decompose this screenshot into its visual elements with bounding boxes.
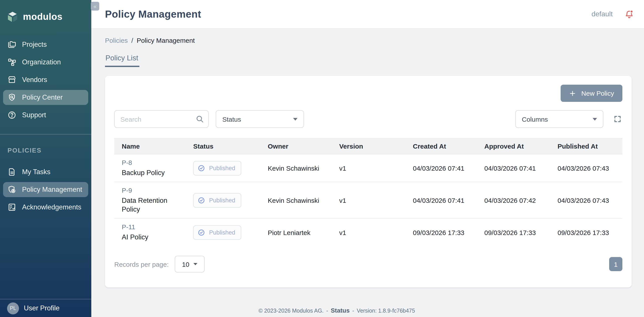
sidebar-item-policy-management[interactable]: Policy Management [3, 182, 88, 197]
sidebar-item-organization[interactable]: Organization [3, 55, 88, 70]
approved-at-cell: 04/03/2026 07:41 [484, 164, 558, 172]
main-area: Policy Management default Policies / Pol… [91, 0, 644, 317]
table-row[interactable]: P-9 Data Retention Policy Published [114, 182, 622, 219]
column-header-name[interactable]: Name [122, 142, 193, 150]
check-circle-icon [198, 196, 205, 204]
column-header-approved-at[interactable]: Approved At [484, 142, 558, 150]
status-filter-label: Status [222, 115, 241, 123]
created-at-cell: 04/03/2026 07:41 [413, 164, 484, 172]
page-title: Policy Management [105, 8, 201, 20]
version-cell: v1 [339, 164, 413, 172]
status-badge-label: Published [209, 165, 235, 171]
folders-icon [8, 40, 16, 49]
status-link[interactable]: Status [331, 307, 350, 314]
owner-cell: Piotr Leniartek [268, 229, 339, 236]
sidebar-item-policy-center[interactable]: Policy Center [3, 90, 88, 105]
fullscreen-icon[interactable] [614, 115, 622, 123]
status-badge: Published [193, 225, 242, 240]
status-filter-dropdown[interactable]: Status [216, 110, 304, 128]
column-header-owner[interactable]: Owner [268, 142, 339, 150]
policy-table: Name Status Owner Version Created At App… [114, 138, 622, 246]
user-profile[interactable]: PL User Profile [0, 299, 91, 317]
sidebar-item-label: Vendors [22, 76, 47, 84]
approved-at-cell: 09/03/2026 17:33 [484, 229, 558, 236]
footer-separator: - [352, 308, 354, 314]
version-cell: v1 [339, 229, 413, 236]
policy-name: AI Policy [122, 233, 171, 242]
policy-list-card: New Policy Status [105, 76, 632, 288]
column-header-created-at[interactable]: Created At [413, 142, 484, 150]
check-circle-icon [198, 164, 205, 172]
status-badge-label: Published [209, 197, 235, 204]
status-badge: Published [193, 193, 242, 207]
columns-dropdown[interactable]: Columns [515, 110, 604, 128]
policy-name: Backup Policy [122, 168, 171, 177]
columns-label: Columns [522, 115, 548, 123]
created-at-cell: 09/03/2026 17:33 [413, 229, 484, 236]
sidebar-nav-policies: My Tasks Policy Management [0, 164, 91, 217]
breadcrumb-current: Policy Management [137, 36, 195, 44]
owner-cell: Kevin Schawinski [268, 196, 339, 204]
search-box [114, 110, 209, 128]
sidebar-item-acknowledgements[interactable]: Acknowledgements [3, 200, 88, 215]
records-per-page-value: 10 [182, 260, 189, 268]
sidebar-item-projects[interactable]: Projects [3, 37, 88, 52]
policy-id-link[interactable]: P-9 [122, 187, 193, 194]
workspace-name: default [592, 10, 613, 18]
table-row[interactable]: P-11 AI Policy Published [114, 219, 622, 246]
sidebar-section-policies: POLICIES [0, 134, 91, 160]
breadcrumb-separator: / [131, 36, 133, 44]
owner-cell: Kevin Schawinski [268, 164, 339, 172]
new-policy-button[interactable]: New Policy [561, 85, 622, 102]
sidebar-item-support[interactable]: Support [3, 108, 88, 123]
version-text: Version: 1.8.9-fc76b475 [357, 308, 415, 314]
created-at-cell: 04/03/2026 07:41 [413, 196, 484, 204]
published-at-cell: 09/03/2026 17:33 [558, 229, 622, 236]
breadcrumb-policies-link[interactable]: Policies [105, 36, 128, 44]
brand[interactable]: modulos [0, 0, 91, 26]
tab-policy-list[interactable]: Policy List [105, 54, 140, 67]
table-row[interactable]: P-8 Backup Policy Published [114, 154, 622, 182]
chevron-down-icon [293, 117, 298, 121]
sidebar-nav-main: Projects Organization [0, 37, 91, 125]
avatar: PL [7, 302, 19, 314]
column-header-status[interactable]: Status [193, 142, 268, 150]
breadcrumb: Policies / Policy Management [105, 36, 195, 44]
app-footer: © 2023-2026 Modulos AG.-Status-Version: … [91, 307, 582, 314]
policy-name: Data Retention Policy [122, 196, 171, 214]
table-controls: Status Columns [114, 110, 622, 128]
search-input[interactable] [114, 110, 209, 128]
sidebar-item-label: Policy Center [22, 93, 63, 101]
shield-user-icon [8, 185, 16, 194]
sidebar-item-vendors[interactable]: Vendors [3, 72, 88, 87]
version-cell: v1 [339, 196, 413, 204]
copyright-text: © 2023-2026 Modulos AG. [258, 308, 324, 314]
sidebar-item-label: Acknowledgements [22, 203, 82, 211]
status-badge: Published [193, 161, 242, 175]
policy-id-link[interactable]: P-8 [122, 159, 193, 166]
records-per-page-dropdown[interactable]: 10 [175, 256, 205, 273]
approved-at-cell: 04/03/2026 07:42 [484, 196, 558, 204]
new-policy-label: New Policy [581, 89, 614, 97]
document-icon [8, 168, 16, 176]
search-icon[interactable] [196, 115, 204, 125]
table-header-row: Name Status Owner Version Created At App… [114, 138, 622, 154]
user-profile-label: User Profile [24, 304, 60, 312]
sidebar-item-my-tasks[interactable]: My Tasks [3, 164, 88, 179]
sidebar-collapse-button[interactable]: « [91, 2, 99, 10]
sidebar-item-label: Policy Management [22, 186, 82, 194]
footer-separator: - [326, 308, 328, 314]
policy-id-link[interactable]: P-11 [122, 223, 193, 231]
published-at-cell: 04/03/2026 07:43 [558, 196, 622, 204]
question-circle-icon [8, 111, 16, 119]
storefront-icon [8, 75, 16, 84]
records-per-page-label: Records per page: [114, 260, 169, 268]
notifications-bell-icon[interactable] [624, 9, 634, 19]
page-1-button[interactable]: 1 [609, 257, 622, 271]
column-header-version[interactable]: Version [339, 142, 413, 150]
sidebar: modulos Projects [0, 0, 91, 317]
column-header-published-at[interactable]: Published At [558, 142, 622, 150]
topbar: Policy Management default [91, 0, 644, 29]
sidebar-item-label: Organization [22, 58, 61, 66]
modulos-cube-icon [6, 10, 18, 23]
